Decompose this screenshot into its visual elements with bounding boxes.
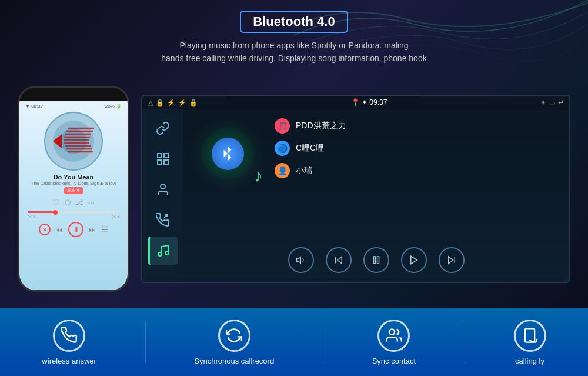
bluetooth-badge: Bluetooth 4.0 <box>240 11 348 33</box>
phone-progress-fill <box>28 211 55 213</box>
home-icon[interactable]: △ <box>148 99 153 107</box>
clock: 09:37 <box>369 98 387 107</box>
next-btn[interactable] <box>439 247 465 273</box>
brightness-icon[interactable]: ☀ <box>540 99 546 107</box>
phone-next-btn[interactable]: ⏭ <box>88 225 96 234</box>
phone-battery: 20% 🔋 <box>105 104 122 109</box>
phone-prev-btn[interactable]: ⏮ <box>55 225 64 234</box>
track-name-2: C哩C哩 <box>296 143 324 154</box>
svg-point-29 <box>389 330 395 335</box>
wireless-answer-icon <box>53 320 85 352</box>
subtitle: Playing music from phone apps like Spoti… <box>12 39 576 65</box>
phone-song-info: Do You Mean The Chainsmokers,Ty Dolla Si… <box>31 174 116 186</box>
svg-marker-27 <box>449 257 453 264</box>
feature-sync-callrecord: Synchronous callrecord <box>194 320 274 365</box>
status-center: 📍 ✦ 09:37 <box>351 98 387 107</box>
phone-top-bar: ▼ 09:37 20% 🔋 <box>22 104 125 109</box>
sidebar-item-user[interactable] <box>148 175 178 204</box>
phone-playbar: ✕ ⏮ ⏸ ⏭ ☰ <box>39 222 109 237</box>
car-top: ♪ 🎵 PDD洪荒之力 🔵 C哩C哩 <box>189 115 563 241</box>
sidebar-item-music[interactable] <box>148 237 178 265</box>
subtitle-line1: Playing music from phone apps like Spoti… <box>179 41 408 50</box>
share-icon[interactable]: ⬡ <box>65 198 71 207</box>
gps-icon: 📍 <box>351 98 360 107</box>
car-track-item-3[interactable]: 👤 小瑞 <box>275 163 346 178</box>
car-status-bar: △ 🔒 ⚡ ⚡ 🔒 📍 ✦ 09:37 ☀ ▭ ↩ <box>142 96 569 109</box>
pause-btn[interactable] <box>363 247 389 273</box>
phone-list-btn[interactable]: ☰ <box>101 225 109 234</box>
divider-3 <box>465 322 465 363</box>
svg-point-2 <box>61 128 86 154</box>
prev-btn[interactable] <box>326 247 352 273</box>
phone-progress-dot <box>53 210 58 215</box>
status-right: ☀ ▭ ↩ <box>540 99 563 107</box>
svg-marker-26 <box>411 257 417 265</box>
phone-time-current: 0:14 <box>28 215 36 219</box>
more-icon[interactable]: ··· <box>88 198 95 207</box>
car-track-list: 🎵 PDD洪荒之力 🔵 C哩C哩 👤 小瑞 <box>275 115 346 178</box>
wireless-answer-label: wireless answer <box>42 357 96 365</box>
phone-screen: ▼ 09:37 20% 🔋 <box>19 101 128 290</box>
phone-mockup: ▼ 09:37 20% 🔋 <box>18 86 129 292</box>
feature-wireless-answer: wireless answer <box>42 320 96 365</box>
track-user-icon: 👤 <box>275 163 290 178</box>
phone-progress-bar[interactable] <box>28 211 120 213</box>
calling-label: calling ly <box>515 357 544 365</box>
car-body: ♪ 🎵 PDD洪荒之力 🔵 C哩C哩 <box>142 109 569 282</box>
svg-rect-13 <box>158 154 162 158</box>
car-track-item-1[interactable]: 🎵 PDD洪荒之力 <box>275 118 346 134</box>
phone-cancel-btn[interactable]: ✕ <box>39 224 51 235</box>
phone-signal: ▼ 09:37 <box>25 104 43 109</box>
car-controls <box>189 241 563 276</box>
track-name-1: PDD洪荒之力 <box>296 121 346 131</box>
divider-2 <box>323 322 323 363</box>
share2-icon[interactable]: ⎇ <box>75 198 83 207</box>
track-music-icon: 🎵 <box>275 118 290 134</box>
sidebar-item-link[interactable] <box>148 114 178 142</box>
svg-rect-16 <box>164 160 168 164</box>
phone-song-artist: The Chainsmokers,Ty Dolla Sign,B a low <box>31 181 116 186</box>
sync-callrecord-icon <box>218 320 250 352</box>
features-strip: wireless answer Synchronous callrecord <box>0 308 588 376</box>
sidebar-item-grid[interactable] <box>148 145 178 173</box>
music-note-icon: ♪ <box>254 166 263 186</box>
bluetooth-visual: ♪ <box>189 115 266 192</box>
phone-pause-btn[interactable]: ⏸ <box>68 222 83 237</box>
phone-song-title: Do You Mean <box>31 174 116 181</box>
volume-btn[interactable] <box>288 247 314 273</box>
track-circle-icon: 🔵 <box>275 141 290 156</box>
feature-sync-contact: Sync contact <box>372 320 416 365</box>
phone-tag: 标准 ▼ <box>64 187 83 194</box>
car-track-item-2[interactable]: 🔵 C哩C哩 <box>275 141 346 156</box>
car-display: △ 🔒 ⚡ ⚡ 🔒 📍 ✦ 09:37 ☀ ▭ ↩ <box>141 95 570 283</box>
car-main-content: ♪ 🎵 PDD洪荒之力 🔵 C哩C哩 <box>183 109 569 282</box>
car-sidebar <box>142 109 183 282</box>
svg-point-17 <box>161 184 165 189</box>
svg-marker-22 <box>338 257 342 264</box>
feature-calling: calling ly <box>514 320 546 365</box>
svg-rect-25 <box>377 257 379 264</box>
middle-section: ▼ 09:37 20% 🔋 <box>0 70 588 308</box>
sync-contact-icon <box>377 320 410 352</box>
sidebar-item-phone[interactable] <box>148 206 178 234</box>
usb-icon: ⚡ <box>167 99 175 107</box>
svg-point-19 <box>158 252 162 256</box>
phone-time: 0:14 3:14 <box>28 215 120 219</box>
lock-icon: 🔒 <box>156 99 164 107</box>
heart-icon[interactable]: ♡ <box>52 198 60 207</box>
svg-point-20 <box>165 251 169 255</box>
track-name-3: 小瑞 <box>296 165 312 176</box>
bt-status-icon: ✦ <box>362 98 368 107</box>
back-icon[interactable]: ↩ <box>558 99 563 107</box>
phone-time-total: 3:14 <box>112 215 120 219</box>
status-left: △ 🔒 ⚡ ⚡ 🔒 <box>148 99 198 107</box>
phone-controls-row: ♡ ⬡ ⎇ ··· <box>52 198 95 207</box>
lock2-icon: 🔒 <box>189 99 198 107</box>
sync-callrecord-label: Synchronous callrecord <box>194 357 274 365</box>
play-btn[interactable] <box>401 247 427 273</box>
battery-icon: ▭ <box>549 99 555 107</box>
phone-album-art <box>44 112 103 171</box>
divider-1 <box>145 322 146 363</box>
bt-icon-circle <box>212 138 244 170</box>
calling-icon <box>514 320 546 352</box>
